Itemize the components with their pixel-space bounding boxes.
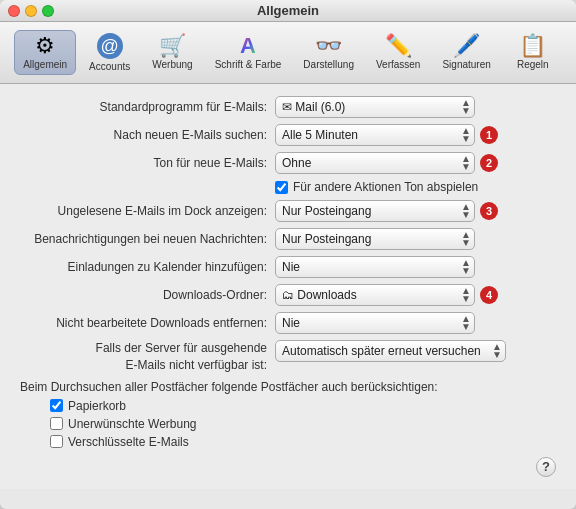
close-button[interactable]	[8, 5, 20, 17]
verfassen-label: Verfassen	[376, 59, 420, 70]
select-benachrichtigungen[interactable]: Nur Posteingang	[275, 228, 475, 250]
signaturen-icon: 🖊️	[453, 35, 480, 57]
select-wrapper-einladungen: Nie ▲▼	[275, 256, 475, 278]
schrift-label: Schrift & Farbe	[215, 59, 282, 70]
select-nach-emails[interactable]: Alle 5 Minuten	[275, 124, 475, 146]
select-wrapper-nicht-bearbeitet: Nie ▲▼	[275, 312, 475, 334]
row-checkbox-ton: Für andere Aktionen Ton abspielen	[275, 180, 556, 194]
minimize-button[interactable]	[25, 5, 37, 17]
select-nicht-bearbeitet[interactable]: Nie	[275, 312, 475, 334]
window-controls	[8, 5, 54, 17]
checkbox-werbung[interactable]	[50, 417, 63, 430]
werbung-icon: 🛒	[159, 35, 186, 57]
row-nicht-bearbeitet: Nicht bearbeitete Downloads entfernen: N…	[20, 312, 556, 334]
select-ungelesene[interactable]: Nur Posteingang	[275, 200, 475, 222]
label-ungelesene: Ungelesene E-Mails im Dock anzeigen:	[20, 203, 275, 220]
label-standardprogramm: Standardprogramm für E-Mails:	[20, 99, 275, 116]
toolbar: ⚙ Allgemein @ Accounts 🛒 Werbung A Schri…	[0, 22, 576, 84]
label-nicht-bearbeitet: Nicht bearbeitete Downloads entfernen:	[20, 315, 275, 332]
label-downloads-ordner: Downloads-Ordner:	[20, 287, 275, 304]
row-einladungen: Einladungen zu Kalender hinzufügen: Nie …	[20, 256, 556, 278]
toolbar-item-signaturen[interactable]: 🖊️ Signaturen	[433, 30, 499, 75]
toolbar-item-regeln[interactable]: 📋 Regeln	[504, 30, 562, 75]
darstellung-label: Darstellung	[303, 59, 354, 70]
signaturen-label: Signaturen	[442, 59, 490, 70]
label-server-line2: E-Mails nicht verfügbar ist:	[126, 358, 267, 372]
toolbar-item-verfassen[interactable]: ✏️ Verfassen	[367, 30, 429, 75]
select-wrapper-nach-emails: Alle 5 Minuten ▲▼	[275, 124, 475, 146]
select-wrapper-ton: Ohne ▲▼	[275, 152, 475, 174]
row-ungelesene: Ungelesene E-Mails im Dock anzeigen: Nur…	[20, 200, 556, 222]
select-wrapper-server: Automatisch später erneut versuchen ▲▼	[275, 340, 506, 362]
label-benachrichtigungen: Benachrichtigungen bei neuen Nachrichten…	[20, 231, 275, 248]
toolbar-item-accounts[interactable]: @ Accounts	[80, 28, 139, 77]
toolbar-item-darstellung[interactable]: 👓 Darstellung	[294, 30, 363, 75]
checkbox-verschluesselt[interactable]	[50, 435, 63, 448]
subsection-checkboxes: Papierkorb Unerwünschte Werbung Verschlü…	[50, 399, 556, 449]
select-standardprogramm[interactable]: ✉ Mail (6.0)	[275, 96, 475, 118]
select-server[interactable]: Automatisch später erneut versuchen	[275, 340, 506, 362]
accounts-label: Accounts	[89, 61, 130, 72]
row-verschluesselt: Verschlüsselte E-Mails	[50, 435, 556, 449]
werbung-label: Werbung	[152, 59, 192, 70]
titlebar: Allgemein	[0, 0, 576, 22]
select-wrapper-standardprogramm: ✉ Mail (6.0) ▲▼	[275, 96, 475, 118]
subsection-title: Beim Durchsuchen aller Postfächer folgen…	[20, 380, 556, 394]
select-einladungen[interactable]: Nie	[275, 256, 475, 278]
regeln-icon: 📋	[519, 35, 546, 57]
label-papierkorb: Papierkorb	[68, 399, 126, 413]
label-werbung: Unerwünschte Werbung	[68, 417, 197, 431]
verfassen-icon: ✏️	[385, 35, 412, 57]
regeln-label: Regeln	[517, 59, 549, 70]
label-nach-emails: Nach neuen E-Mails suchen:	[20, 127, 275, 144]
window-title: Allgemein	[257, 3, 319, 18]
row-nach-emails: Nach neuen E-Mails suchen: Alle 5 Minute…	[20, 124, 556, 146]
toolbar-item-werbung[interactable]: 🛒 Werbung	[143, 30, 201, 75]
schrift-icon: A	[240, 35, 256, 57]
row-server: Falls der Server für ausgehende E-Mails …	[20, 340, 556, 374]
badge-3: 3	[480, 202, 498, 220]
select-wrapper-benachrichtigungen: Nur Posteingang ▲▼	[275, 228, 475, 250]
toolbar-item-schrift[interactable]: A Schrift & Farbe	[206, 30, 291, 75]
label-checkbox-ton: Für andere Aktionen Ton abspielen	[293, 180, 478, 194]
label-server: Falls der Server für ausgehende E-Mails …	[20, 340, 275, 374]
select-wrapper-downloads: 🗂 Downloads ▲▼	[275, 284, 475, 306]
badge-2: 2	[480, 154, 498, 172]
select-downloads[interactable]: 🗂 Downloads	[275, 284, 475, 306]
darstellung-icon: 👓	[315, 35, 342, 57]
select-wrapper-ungelesene: Nur Posteingang ▲▼	[275, 200, 475, 222]
help-button[interactable]: ?	[536, 457, 556, 477]
row-werbung: Unerwünschte Werbung	[50, 417, 556, 431]
row-ton: Ton für neue E-Mails: Ohne ▲▼ 2	[20, 152, 556, 174]
maximize-button[interactable]	[42, 5, 54, 17]
row-downloads-ordner: Downloads-Ordner: 🗂 Downloads ▲▼ 4	[20, 284, 556, 306]
badge-4: 4	[480, 286, 498, 304]
checkbox-ton[interactable]	[275, 181, 288, 194]
badge-1: 1	[480, 126, 498, 144]
row-benachrichtigungen: Benachrichtigungen bei neuen Nachrichten…	[20, 228, 556, 250]
accounts-icon: @	[97, 33, 123, 59]
label-verschluesselt: Verschlüsselte E-Mails	[68, 435, 189, 449]
label-einladungen: Einladungen zu Kalender hinzufügen:	[20, 259, 275, 276]
preferences-content: Standardprogramm für E-Mails: ✉ Mail (6.…	[0, 84, 576, 489]
label-server-line1: Falls der Server für ausgehende	[96, 341, 267, 355]
row-papierkorb: Papierkorb	[50, 399, 556, 413]
allgemein-icon: ⚙	[35, 35, 55, 57]
allgemein-label: Allgemein	[23, 59, 67, 70]
checkbox-papierkorb[interactable]	[50, 399, 63, 412]
select-ton[interactable]: Ohne	[275, 152, 475, 174]
row-standardprogramm: Standardprogramm für E-Mails: ✉ Mail (6.…	[20, 96, 556, 118]
label-ton: Ton für neue E-Mails:	[20, 155, 275, 172]
toolbar-item-allgemein[interactable]: ⚙ Allgemein	[14, 30, 76, 75]
